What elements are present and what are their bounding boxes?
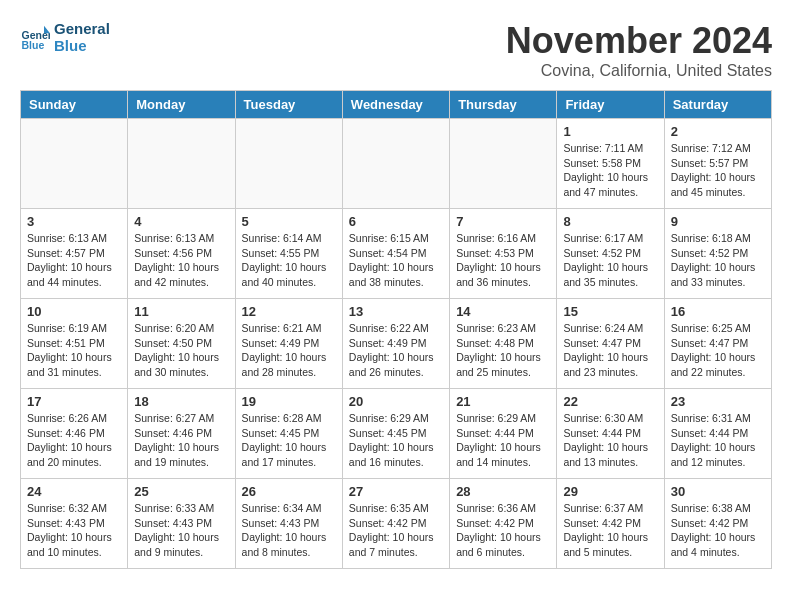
day-info: Sunrise: 6:29 AM Sunset: 4:44 PM Dayligh… xyxy=(456,411,550,470)
day-number: 19 xyxy=(242,394,336,409)
calendar-table: SundayMondayTuesdayWednesdayThursdayFrid… xyxy=(20,90,772,569)
day-number: 30 xyxy=(671,484,765,499)
day-cell xyxy=(21,119,128,209)
day-info: Sunrise: 6:24 AM Sunset: 4:47 PM Dayligh… xyxy=(563,321,657,380)
day-cell: 3Sunrise: 6:13 AM Sunset: 4:57 PM Daylig… xyxy=(21,209,128,299)
day-number: 9 xyxy=(671,214,765,229)
day-number: 27 xyxy=(349,484,443,499)
day-cell: 12Sunrise: 6:21 AM Sunset: 4:49 PM Dayli… xyxy=(235,299,342,389)
day-number: 12 xyxy=(242,304,336,319)
day-info: Sunrise: 6:13 AM Sunset: 4:56 PM Dayligh… xyxy=(134,231,228,290)
week-row-1: 1Sunrise: 7:11 AM Sunset: 5:58 PM Daylig… xyxy=(21,119,772,209)
week-row-3: 10Sunrise: 6:19 AM Sunset: 4:51 PM Dayli… xyxy=(21,299,772,389)
day-info: Sunrise: 6:36 AM Sunset: 4:42 PM Dayligh… xyxy=(456,501,550,560)
day-cell: 28Sunrise: 6:36 AM Sunset: 4:42 PM Dayli… xyxy=(450,479,557,569)
day-info: Sunrise: 6:17 AM Sunset: 4:52 PM Dayligh… xyxy=(563,231,657,290)
day-cell: 15Sunrise: 6:24 AM Sunset: 4:47 PM Dayli… xyxy=(557,299,664,389)
week-row-4: 17Sunrise: 6:26 AM Sunset: 4:46 PM Dayli… xyxy=(21,389,772,479)
day-cell: 19Sunrise: 6:28 AM Sunset: 4:45 PM Dayli… xyxy=(235,389,342,479)
day-cell: 13Sunrise: 6:22 AM Sunset: 4:49 PM Dayli… xyxy=(342,299,449,389)
day-cell: 23Sunrise: 6:31 AM Sunset: 4:44 PM Dayli… xyxy=(664,389,771,479)
day-cell xyxy=(128,119,235,209)
day-info: Sunrise: 6:28 AM Sunset: 4:45 PM Dayligh… xyxy=(242,411,336,470)
day-info: Sunrise: 6:37 AM Sunset: 4:42 PM Dayligh… xyxy=(563,501,657,560)
day-info: Sunrise: 6:38 AM Sunset: 4:42 PM Dayligh… xyxy=(671,501,765,560)
day-cell: 9Sunrise: 6:18 AM Sunset: 4:52 PM Daylig… xyxy=(664,209,771,299)
day-number: 18 xyxy=(134,394,228,409)
day-cell: 26Sunrise: 6:34 AM Sunset: 4:43 PM Dayli… xyxy=(235,479,342,569)
day-info: Sunrise: 6:25 AM Sunset: 4:47 PM Dayligh… xyxy=(671,321,765,380)
day-number: 24 xyxy=(27,484,121,499)
day-info: Sunrise: 6:29 AM Sunset: 4:45 PM Dayligh… xyxy=(349,411,443,470)
day-number: 8 xyxy=(563,214,657,229)
day-cell: 7Sunrise: 6:16 AM Sunset: 4:53 PM Daylig… xyxy=(450,209,557,299)
day-cell: 11Sunrise: 6:20 AM Sunset: 4:50 PM Dayli… xyxy=(128,299,235,389)
day-number: 7 xyxy=(456,214,550,229)
day-number: 17 xyxy=(27,394,121,409)
week-row-5: 24Sunrise: 6:32 AM Sunset: 4:43 PM Dayli… xyxy=(21,479,772,569)
weekday-header-thursday: Thursday xyxy=(450,91,557,119)
weekday-header-sunday: Sunday xyxy=(21,91,128,119)
header: General Blue General Blue November 2024 … xyxy=(20,20,772,80)
day-cell: 20Sunrise: 6:29 AM Sunset: 4:45 PM Dayli… xyxy=(342,389,449,479)
day-info: Sunrise: 6:32 AM Sunset: 4:43 PM Dayligh… xyxy=(27,501,121,560)
day-cell: 30Sunrise: 6:38 AM Sunset: 4:42 PM Dayli… xyxy=(664,479,771,569)
weekday-header-wednesday: Wednesday xyxy=(342,91,449,119)
day-info: Sunrise: 6:16 AM Sunset: 4:53 PM Dayligh… xyxy=(456,231,550,290)
title-area: November 2024 Covina, California, United… xyxy=(506,20,772,80)
day-info: Sunrise: 6:20 AM Sunset: 4:50 PM Dayligh… xyxy=(134,321,228,380)
day-cell: 1Sunrise: 7:11 AM Sunset: 5:58 PM Daylig… xyxy=(557,119,664,209)
weekday-header-friday: Friday xyxy=(557,91,664,119)
day-number: 15 xyxy=(563,304,657,319)
day-number: 2 xyxy=(671,124,765,139)
day-info: Sunrise: 6:26 AM Sunset: 4:46 PM Dayligh… xyxy=(27,411,121,470)
day-number: 22 xyxy=(563,394,657,409)
day-info: Sunrise: 6:15 AM Sunset: 4:54 PM Dayligh… xyxy=(349,231,443,290)
day-info: Sunrise: 6:31 AM Sunset: 4:44 PM Dayligh… xyxy=(671,411,765,470)
day-info: Sunrise: 6:30 AM Sunset: 4:44 PM Dayligh… xyxy=(563,411,657,470)
day-info: Sunrise: 6:22 AM Sunset: 4:49 PM Dayligh… xyxy=(349,321,443,380)
day-number: 20 xyxy=(349,394,443,409)
day-cell: 8Sunrise: 6:17 AM Sunset: 4:52 PM Daylig… xyxy=(557,209,664,299)
day-info: Sunrise: 6:21 AM Sunset: 4:49 PM Dayligh… xyxy=(242,321,336,380)
day-cell xyxy=(235,119,342,209)
day-info: Sunrise: 6:23 AM Sunset: 4:48 PM Dayligh… xyxy=(456,321,550,380)
day-cell: 18Sunrise: 6:27 AM Sunset: 4:46 PM Dayli… xyxy=(128,389,235,479)
day-number: 14 xyxy=(456,304,550,319)
main-title: November 2024 xyxy=(506,20,772,62)
day-number: 11 xyxy=(134,304,228,319)
day-info: Sunrise: 6:19 AM Sunset: 4:51 PM Dayligh… xyxy=(27,321,121,380)
day-cell: 22Sunrise: 6:30 AM Sunset: 4:44 PM Dayli… xyxy=(557,389,664,479)
day-cell: 17Sunrise: 6:26 AM Sunset: 4:46 PM Dayli… xyxy=(21,389,128,479)
day-cell: 25Sunrise: 6:33 AM Sunset: 4:43 PM Dayli… xyxy=(128,479,235,569)
logo-icon: General Blue xyxy=(20,22,50,52)
day-info: Sunrise: 6:14 AM Sunset: 4:55 PM Dayligh… xyxy=(242,231,336,290)
day-cell: 24Sunrise: 6:32 AM Sunset: 4:43 PM Dayli… xyxy=(21,479,128,569)
day-info: Sunrise: 6:34 AM Sunset: 4:43 PM Dayligh… xyxy=(242,501,336,560)
day-number: 4 xyxy=(134,214,228,229)
day-number: 3 xyxy=(27,214,121,229)
day-number: 28 xyxy=(456,484,550,499)
weekday-header-tuesday: Tuesday xyxy=(235,91,342,119)
weekday-header-row: SundayMondayTuesdayWednesdayThursdayFrid… xyxy=(21,91,772,119)
logo-line2: Blue xyxy=(54,37,110,54)
day-cell: 6Sunrise: 6:15 AM Sunset: 4:54 PM Daylig… xyxy=(342,209,449,299)
day-number: 5 xyxy=(242,214,336,229)
weekday-header-monday: Monday xyxy=(128,91,235,119)
day-info: Sunrise: 6:27 AM Sunset: 4:46 PM Dayligh… xyxy=(134,411,228,470)
day-info: Sunrise: 6:18 AM Sunset: 4:52 PM Dayligh… xyxy=(671,231,765,290)
day-info: Sunrise: 7:11 AM Sunset: 5:58 PM Dayligh… xyxy=(563,141,657,200)
day-info: Sunrise: 6:33 AM Sunset: 4:43 PM Dayligh… xyxy=(134,501,228,560)
day-cell: 16Sunrise: 6:25 AM Sunset: 4:47 PM Dayli… xyxy=(664,299,771,389)
day-cell: 2Sunrise: 7:12 AM Sunset: 5:57 PM Daylig… xyxy=(664,119,771,209)
day-cell: 14Sunrise: 6:23 AM Sunset: 4:48 PM Dayli… xyxy=(450,299,557,389)
day-number: 23 xyxy=(671,394,765,409)
weekday-header-saturday: Saturday xyxy=(664,91,771,119)
week-row-2: 3Sunrise: 6:13 AM Sunset: 4:57 PM Daylig… xyxy=(21,209,772,299)
day-number: 21 xyxy=(456,394,550,409)
svg-text:Blue: Blue xyxy=(22,39,45,51)
day-number: 26 xyxy=(242,484,336,499)
day-cell: 29Sunrise: 6:37 AM Sunset: 4:42 PM Dayli… xyxy=(557,479,664,569)
day-number: 10 xyxy=(27,304,121,319)
day-info: Sunrise: 6:13 AM Sunset: 4:57 PM Dayligh… xyxy=(27,231,121,290)
